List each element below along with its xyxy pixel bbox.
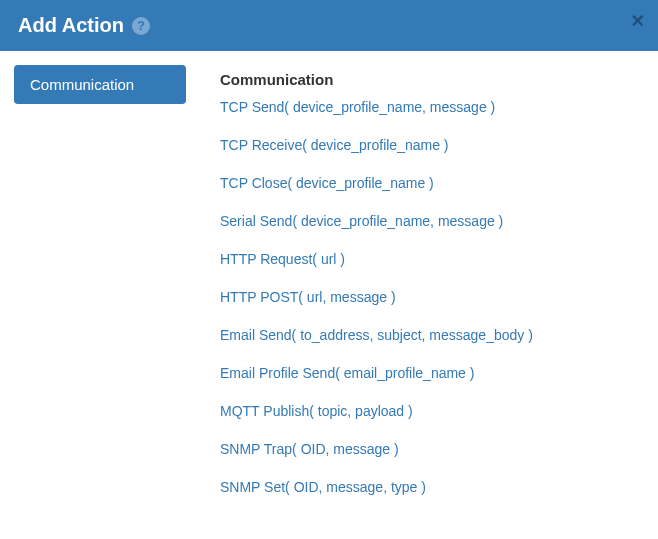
action-http-request[interactable]: HTTP Request( url ) bbox=[220, 251, 345, 267]
action-mqtt-publish[interactable]: MQTT Publish( topic, payload ) bbox=[220, 403, 413, 419]
list-item: Email Send( to_address, subject, message… bbox=[220, 326, 640, 344]
action-email-profile-send[interactable]: Email Profile Send( email_profile_name ) bbox=[220, 365, 474, 381]
list-item: Serial Send( device_profile_name, messag… bbox=[220, 212, 640, 230]
help-icon[interactable]: ? bbox=[132, 17, 150, 35]
list-item: Email Profile Send( email_profile_name ) bbox=[220, 364, 640, 382]
list-item: MQTT Publish( topic, payload ) bbox=[220, 402, 640, 420]
sidebar: Communication bbox=[14, 65, 186, 516]
action-snmp-trap[interactable]: SNMP Trap( OID, message ) bbox=[220, 441, 399, 457]
action-email-send[interactable]: Email Send( to_address, subject, message… bbox=[220, 327, 533, 343]
content-pane: Communication TCP Send( device_profile_n… bbox=[186, 65, 640, 516]
action-tcp-close[interactable]: TCP Close( device_profile_name ) bbox=[220, 175, 434, 191]
list-item: HTTP Request( url ) bbox=[220, 250, 640, 268]
action-snmp-set[interactable]: SNMP Set( OID, message, type ) bbox=[220, 479, 426, 495]
list-item: SNMP Trap( OID, message ) bbox=[220, 440, 640, 458]
action-list: TCP Send( device_profile_name, message )… bbox=[220, 98, 640, 496]
action-http-post[interactable]: HTTP POST( url, message ) bbox=[220, 289, 396, 305]
add-action-modal: Add Action ? × Communication Communicati… bbox=[0, 0, 658, 539]
sidebar-item-communication[interactable]: Communication bbox=[14, 65, 186, 104]
section-title: Communication bbox=[220, 71, 640, 88]
modal-body: Communication Communication TCP Send( de… bbox=[0, 51, 658, 534]
list-item: TCP Close( device_profile_name ) bbox=[220, 174, 640, 192]
close-button[interactable]: × bbox=[631, 10, 644, 32]
list-item: HTTP POST( url, message ) bbox=[220, 288, 640, 306]
list-item: TCP Receive( device_profile_name ) bbox=[220, 136, 640, 154]
list-item: SNMP Set( OID, message, type ) bbox=[220, 478, 640, 496]
action-serial-send[interactable]: Serial Send( device_profile_name, messag… bbox=[220, 213, 503, 229]
modal-header: Add Action ? × bbox=[0, 0, 658, 51]
list-item: TCP Send( device_profile_name, message ) bbox=[220, 98, 640, 116]
modal-title-group: Add Action ? bbox=[18, 14, 150, 37]
action-tcp-send[interactable]: TCP Send( device_profile_name, message ) bbox=[220, 99, 495, 115]
action-tcp-receive[interactable]: TCP Receive( device_profile_name ) bbox=[220, 137, 449, 153]
modal-title: Add Action bbox=[18, 14, 124, 37]
